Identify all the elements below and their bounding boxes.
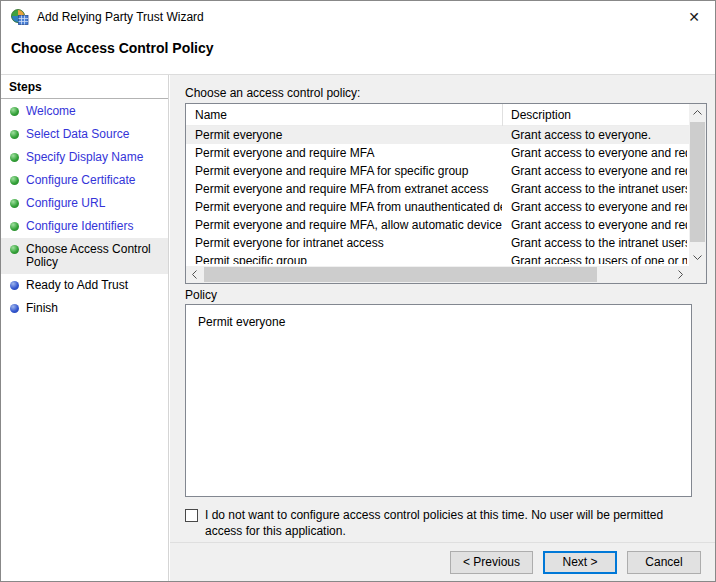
row-name: Permit everyone and require MFA from ext… (195, 180, 502, 198)
adfs-wizard-icon (11, 9, 29, 25)
row-name: Permit everyone and require MFA from una… (195, 198, 502, 216)
step-upcoming-bullet-icon (10, 281, 19, 290)
table-row[interactable]: Permit everyone Grant access to everyone… (186, 126, 689, 144)
row-name: Permit everyone and require MFA for spec… (195, 162, 502, 180)
step-upcoming-bullet-icon (10, 304, 19, 313)
list-header: Name Description (186, 104, 706, 126)
step-select-data-source: Select Data Source (1, 123, 168, 146)
steps-heading: Steps (1, 75, 168, 99)
row-name: Permit everyone and require MFA, allow a… (195, 216, 502, 234)
step-label: Specify Display Name (26, 150, 143, 164)
scroll-right-icon[interactable] (672, 266, 689, 283)
policy-preview-box: Permit everyone (185, 304, 692, 497)
button-bar: < Previous Next > Cancel (170, 542, 715, 581)
row-description: Grant access to users of one or more (511, 252, 687, 264)
row-description: Grant access to the intranet users. (511, 234, 687, 252)
steps-sidebar: Steps Welcome Select Data Source Specify… (1, 75, 169, 581)
step-label: Finish (26, 301, 58, 315)
step-label: Configure Certificate (26, 173, 135, 187)
row-description: Grant access to the intranet users an (511, 180, 687, 198)
steps-list: Welcome Select Data Source Specify Displ… (1, 99, 168, 320)
step-finish: Finish (1, 297, 168, 320)
column-divider (502, 104, 503, 126)
step-label: Ready to Add Trust (26, 278, 128, 292)
row-description: Grant access to everyone and requir (511, 216, 687, 234)
row-name: Permit specific group (195, 252, 502, 264)
scroll-up-icon[interactable] (689, 104, 706, 121)
step-done-bullet-icon (10, 153, 19, 162)
horizontal-scroll-thumb[interactable] (204, 267, 597, 282)
horizontal-scrollbar[interactable] (186, 266, 689, 283)
step-configure-identifiers: Configure Identifiers (1, 215, 168, 238)
vertical-scroll-thumb[interactable] (690, 122, 705, 242)
step-label: Configure URL (26, 196, 105, 210)
table-row[interactable]: Permit everyone for intranet access Gran… (186, 234, 689, 252)
window-title: Add Relying Party Trust Wizard (37, 10, 204, 24)
step-done-bullet-icon (10, 130, 19, 139)
step-label: Select Data Source (26, 127, 129, 141)
step-choose-access-control-policy: Choose Access Control Policy (1, 238, 168, 274)
close-icon[interactable]: ✕ (683, 6, 705, 28)
table-row[interactable]: Permit everyone and require MFA from ext… (186, 180, 689, 198)
step-done-bullet-icon (10, 222, 19, 231)
scroll-left-icon[interactable] (186, 266, 203, 283)
skip-acp-checkbox[interactable] (185, 509, 198, 522)
access-control-policy-list: Name Description Permit everyone Grant a… (185, 103, 707, 284)
table-row[interactable]: Permit everyone and require MFA for spec… (186, 162, 689, 180)
table-row[interactable]: Permit everyone and require MFA from una… (186, 198, 689, 216)
skip-acp-label: I do not want to configure access contro… (205, 507, 703, 539)
row-description: Grant access to everyone. (511, 126, 687, 144)
previous-button[interactable]: < Previous (450, 551, 533, 574)
scrollbar-corner (689, 266, 706, 283)
step-done-bullet-icon (10, 107, 19, 116)
step-configure-certificate: Configure Certificate (1, 169, 168, 192)
row-description: Grant access to everyone and requir (511, 144, 687, 162)
row-description: Grant access to everyone and requir (511, 198, 687, 216)
policy-value: Permit everyone (198, 315, 285, 329)
policy-list-label: Choose an access control policy: (185, 86, 360, 100)
column-header-name[interactable]: Name (195, 108, 227, 122)
row-description: Grant access to everyone and requir (511, 162, 687, 180)
title-bar: Add Relying Party Trust Wizard ✕ (1, 1, 715, 32)
wizard-body: Steps Welcome Select Data Source Specify… (1, 74, 715, 581)
row-name: Permit everyone (195, 126, 502, 144)
vertical-scrollbar[interactable] (689, 104, 706, 266)
next-button[interactable]: Next > (543, 551, 617, 574)
step-ready-to-add-trust: Ready to Add Trust (1, 274, 168, 297)
wizard-window: Add Relying Party Trust Wizard ✕ Choose … (0, 0, 716, 582)
skip-policy-row: I do not want to configure access contro… (185, 507, 705, 539)
column-header-description[interactable]: Description (511, 108, 571, 122)
policy-section-label: Policy (185, 288, 217, 302)
scroll-down-icon[interactable] (689, 249, 706, 266)
step-specify-display-name: Specify Display Name (1, 146, 168, 169)
page-title: Choose Access Control Policy (11, 40, 214, 56)
cancel-button[interactable]: Cancel (627, 551, 701, 574)
step-label: Configure Identifiers (26, 219, 133, 233)
row-name: Permit everyone for intranet access (195, 234, 502, 252)
table-row[interactable]: Permit specific group Grant access to us… (186, 252, 689, 264)
step-done-bullet-icon (10, 199, 19, 208)
step-configure-url: Configure URL (1, 192, 168, 215)
step-welcome: Welcome (1, 100, 168, 123)
step-label: Choose Access Control Policy (26, 242, 151, 269)
row-name: Permit everyone and require MFA (195, 144, 502, 162)
content-panel: Choose an access control policy: Name De… (170, 75, 715, 581)
step-done-bullet-icon (10, 176, 19, 185)
step-current-bullet-icon (10, 245, 19, 254)
list-rows: Permit everyone Grant access to everyone… (186, 126, 689, 264)
table-row[interactable]: Permit everyone and require MFA, allow a… (186, 216, 689, 234)
table-row[interactable]: Permit everyone and require MFA Grant ac… (186, 144, 689, 162)
step-label: Welcome (26, 104, 76, 118)
